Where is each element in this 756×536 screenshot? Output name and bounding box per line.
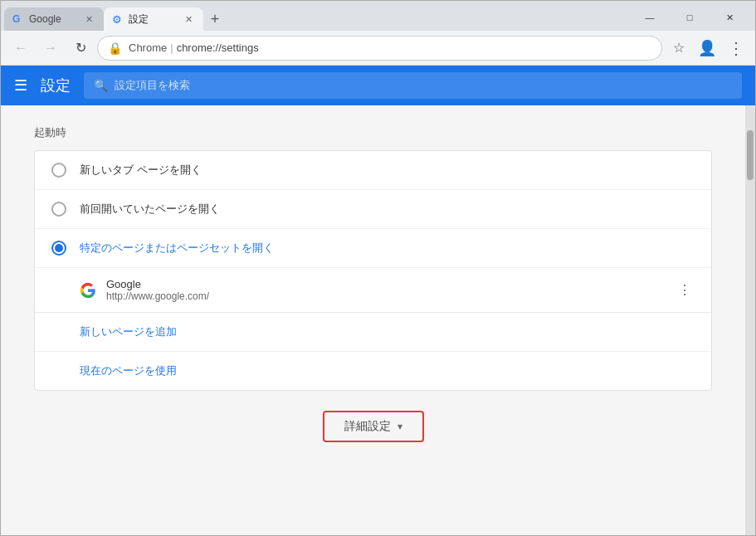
title-bar: G Google ✕ ⚙ 設定 ✕ + — □ ✕ [1, 1, 755, 31]
radio-specific-page[interactable]: 特定のページまたはページセットを開く [35, 229, 711, 268]
back-button[interactable]: ← [7, 35, 34, 61]
search-placeholder-text: 設定項目を検索 [115, 78, 190, 93]
search-icon: 🔍 [94, 79, 108, 92]
google-favicon: G [12, 13, 24, 25]
add-page-button[interactable]: 新しいページを追加 [35, 313, 711, 352]
forward-button[interactable]: → [37, 35, 64, 61]
advanced-label: 詳細設定 [344, 419, 391, 434]
settings-favicon: ⚙ [112, 13, 124, 25]
maximize-button[interactable]: □ [671, 4, 709, 31]
advanced-settings-button[interactable]: 詳細設定 ▾ [323, 411, 424, 442]
tab-bar: G Google ✕ ⚙ 設定 ✕ + [1, 1, 624, 31]
tab-settings-title: 設定 [129, 12, 177, 27]
radio-prev-tab[interactable]: 前回開いていたページを開く [35, 190, 711, 229]
settings-search-box[interactable]: 🔍 設定項目を検索 [84, 72, 742, 99]
scrollbar[interactable] [745, 105, 755, 535]
hamburger-menu[interactable]: ☰ [14, 76, 27, 95]
chrome-label: Chrome [129, 41, 167, 54]
address-url: chrome://settings [177, 41, 259, 54]
lock-icon: 🔒 [108, 41, 122, 55]
main-content: 起動時 新しいタブ ページを開く 前回開いていたページを開く 特定のページまたは… [1, 105, 755, 535]
tab-settings-close[interactable]: ✕ [182, 12, 195, 26]
radio-circle-specific [51, 241, 66, 256]
google-site-url: http://www.google.com/ [106, 290, 665, 302]
tab-google[interactable]: G Google ✕ [4, 7, 104, 31]
startup-options-card: 新しいタブ ページを開く 前回開いていたページを開く 特定のページまたはページセ… [34, 150, 712, 391]
settings-header: ☰ 設定 🔍 設定項目を検索 [1, 66, 755, 105]
settings-page-title: 設定 [41, 76, 71, 95]
tab-google-close[interactable]: ✕ [82, 12, 95, 26]
advanced-section: 詳細設定 ▾ [34, 411, 712, 442]
address-text: Chrome | chrome://settings [129, 41, 259, 54]
tab-google-title: Google [29, 13, 77, 25]
google-site-info: Google http://www.google.com/ [106, 278, 665, 302]
navigation-bar: ← → ↻ 🔒 Chrome | chrome://settings ☆ 👤 ⋮ [1, 31, 755, 66]
close-button[interactable]: ✕ [710, 4, 749, 31]
radio-label-new-tab: 新しいタブ ページを開く [80, 163, 202, 178]
bookmark-button[interactable]: ☆ [666, 35, 692, 61]
nav-right-buttons: ☆ 👤 ⋮ [666, 35, 749, 61]
address-separator: | [170, 41, 173, 54]
profile-button[interactable]: 👤 [694, 35, 720, 61]
startup-section-title: 起動時 [34, 125, 712, 140]
advanced-arrow-icon: ▾ [398, 421, 402, 432]
google-logo-icon [80, 282, 96, 299]
menu-button[interactable]: ⋮ [722, 35, 749, 61]
radio-new-tab[interactable]: 新しいタブ ページを開く [35, 151, 711, 190]
radio-label-specific: 特定のページまたはページセットを開く [80, 241, 274, 256]
radio-circle-prev-tab [51, 202, 66, 217]
reload-button[interactable]: ↻ [67, 35, 94, 61]
tab-settings[interactable]: ⚙ 設定 ✕ [104, 7, 203, 31]
google-page-entry: Google http://www.google.com/ ⋮ [35, 268, 711, 313]
radio-circle-new-tab [51, 163, 66, 178]
scrollbar-thumb[interactable] [747, 130, 754, 180]
new-tab-button[interactable]: + [203, 7, 227, 31]
address-bar[interactable]: 🔒 Chrome | chrome://settings [97, 36, 662, 61]
window-controls: — □ ✕ [624, 4, 755, 31]
radio-label-prev-tab: 前回開いていたページを開く [80, 202, 220, 217]
use-current-button[interactable]: 現在のページを使用 [35, 352, 711, 390]
browser-window: G Google ✕ ⚙ 設定 ✕ + — □ ✕ ← → ↻ 🔒 Chrome [0, 0, 756, 536]
google-site-name: Google [106, 278, 665, 290]
content-area: 起動時 新しいタブ ページを開く 前回開いていたページを開く 特定のページまたは… [1, 105, 745, 535]
entry-menu-button[interactable]: ⋮ [675, 279, 695, 301]
minimize-button[interactable]: — [631, 4, 669, 31]
